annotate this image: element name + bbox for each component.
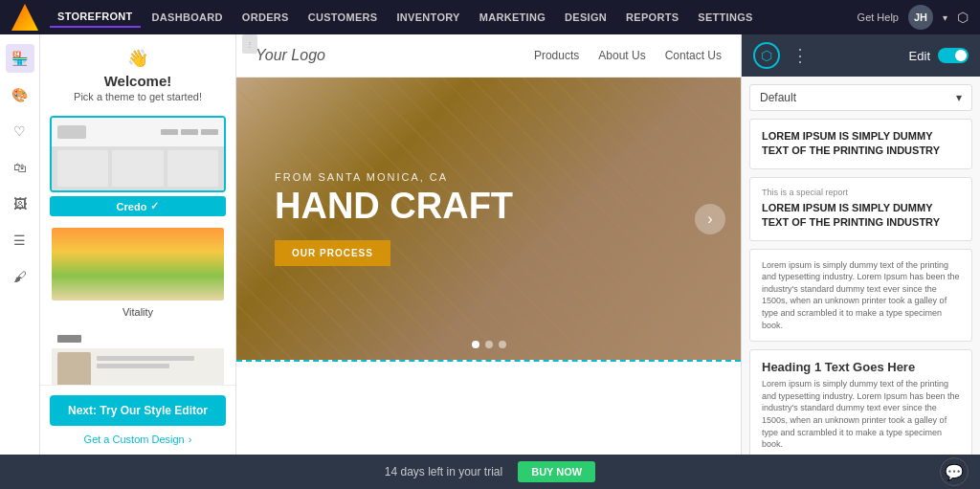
- goodvibes-logo: [57, 335, 81, 343]
- sidebar-hanger-icon[interactable]: 🛍: [6, 153, 34, 182]
- credo-label: Credo: [117, 201, 147, 212]
- nav-orders[interactable]: ORDERS: [234, 8, 297, 27]
- dashed-separator: [236, 360, 741, 362]
- nav-inventory[interactable]: INVENTORY: [389, 8, 467, 27]
- store-nav: Products About Us Contact Us: [534, 49, 722, 62]
- theme-preview-vitality: [52, 228, 224, 300]
- credo-nav-bars: [161, 129, 218, 135]
- credo-nav-bar1: [161, 129, 178, 135]
- credo-badge: Credo ✓: [50, 196, 226, 216]
- chevron-down-icon: ▾: [956, 91, 962, 104]
- goodvibes-header: [52, 329, 224, 348]
- right-panel-content: Default ▾ LOREM IPSUM IS SIMPLY DUMMY TE…: [742, 77, 980, 455]
- brand-logo[interactable]: [11, 4, 38, 31]
- drag-handle[interactable]: ⋮: [242, 34, 257, 54]
- store-nav-products[interactable]: Products: [534, 49, 579, 62]
- hero-dot-3[interactable]: [499, 341, 506, 348]
- credo-logo-bar: [57, 125, 86, 139]
- edit-label: Edit: [909, 49, 930, 63]
- theme-cta: Next: Try Our Style Editor Get a Custom …: [40, 385, 235, 455]
- store-header: Your Logo Products About Us Contact Us: [236, 34, 741, 78]
- theme-item-credo[interactable]: Credo ✓: [50, 116, 226, 216]
- dropdown-label: Default: [760, 91, 796, 104]
- hero-dot-1[interactable]: [472, 341, 479, 348]
- store-logo: Your Logo: [256, 47, 325, 64]
- hero-subtitle: FROM SANTA MONICA, CA: [275, 171, 513, 183]
- drag-icon: ⋮: [246, 40, 254, 49]
- try-style-editor-button[interactable]: Next: Try Our Style Editor: [50, 395, 226, 426]
- theme-item-vitality[interactable]: Vitality: [50, 226, 226, 318]
- welcome-emoji: 👋: [127, 49, 148, 68]
- hero-dots: [472, 341, 506, 348]
- external-link-icon[interactable]: ⬡: [957, 10, 969, 25]
- credo-product1: [57, 150, 108, 187]
- block2-subtitle: This is a special report: [762, 188, 960, 197]
- theme-img-goodvibes: [50, 327, 226, 385]
- vitality-label: Vitality: [50, 306, 226, 318]
- hero-section: FROM SANTA MONICA, CA HAND CRAFT OUR PRO…: [236, 78, 741, 360]
- icon-sidebar: 🏪 🎨 ♡ 🛍 🖼 ☰ 🖌: [0, 34, 40, 455]
- hero-cta-button[interactable]: OUR PROCESS: [275, 240, 390, 266]
- nav-storefront[interactable]: STOREFRONT: [50, 7, 141, 28]
- block4-heading: Heading 1 Text Goes Here: [762, 360, 960, 374]
- hero-title: HAND CRAFT: [275, 187, 513, 227]
- credo-content: [52, 146, 224, 190]
- more-options-icon[interactable]: ⋮: [791, 45, 809, 66]
- theme-panel: 👋 Welcome! Pick a theme to get started!: [40, 34, 236, 455]
- nav-dashboard[interactable]: DASHBOARD: [145, 8, 231, 27]
- default-dropdown[interactable]: Default ▾: [749, 84, 972, 111]
- nav-marketing[interactable]: MARKETING: [472, 8, 553, 27]
- theme-preview-goodvibes: [52, 329, 224, 385]
- nav-customers[interactable]: CUSTOMERS: [301, 8, 386, 27]
- sidebar-image-icon[interactable]: 🖼: [6, 189, 34, 218]
- block4-text: Lorem ipsum is simply dummy text of the …: [762, 378, 960, 451]
- get-help-link[interactable]: Get Help: [858, 11, 899, 23]
- buy-now-button[interactable]: BUY NOW: [518, 461, 595, 482]
- theme-item-goodvibes[interactable]: Good Vibes: [50, 327, 226, 385]
- hero-dot-2[interactable]: [485, 341, 493, 348]
- block1-title: LOREM IPSUM IS SIMPLY DUMMY TEXT OF THE …: [762, 129, 960, 159]
- goodvibes-text: [97, 352, 218, 385]
- store-nav-contact[interactable]: Contact Us: [665, 49, 722, 62]
- right-panel: ⬡ ⋮ Edit Default ▾ LOREM IPSUM IS SIMPLY…: [741, 34, 980, 455]
- theme-list: Credo ✓ Vitality: [40, 110, 235, 385]
- chevron-down-icon[interactable]: ▾: [943, 12, 947, 23]
- content-block-1: LOREM IPSUM IS SIMPLY DUMMY TEXT OF THE …: [749, 119, 972, 169]
- goodvibes-person: [57, 352, 91, 385]
- sidebar-storefront-icon[interactable]: 🏪: [6, 44, 34, 73]
- top-navigation: STOREFRONT DASHBOARD ORDERS CUSTOMERS IN…: [0, 0, 980, 34]
- chat-button[interactable]: 💬: [940, 457, 969, 486]
- edit-toggle[interactable]: [938, 48, 969, 63]
- volusion-shield-icon: ⬡: [753, 42, 780, 69]
- welcome-subheading: Pick a theme to get started!: [52, 91, 224, 102]
- credo-product2: [112, 150, 163, 187]
- sidebar-paint-icon[interactable]: 🎨: [6, 80, 34, 109]
- nav-settings[interactable]: SETTINGS: [690, 8, 760, 27]
- welcome-heading: Welcome!: [52, 73, 224, 89]
- nav-reports[interactable]: REPORTS: [618, 8, 686, 27]
- bottom-bar: 14 days left in your trial BUY NOW 💬: [0, 455, 980, 489]
- main-layout: 🏪 🎨 ♡ 🛍 🖼 ☰ 🖌 👋 Welcome! Pick a theme to…: [0, 34, 980, 455]
- avatar[interactable]: JH: [908, 5, 933, 30]
- credo-product3: [167, 150, 218, 187]
- sidebar-brush-icon[interactable]: 🖌: [6, 262, 34, 291]
- hero-next-arrow[interactable]: ›: [695, 204, 725, 234]
- theme-img-vitality: [50, 226, 226, 302]
- credo-header: [52, 118, 224, 146]
- sidebar-heart-icon[interactable]: ♡: [6, 117, 34, 145]
- trial-text: 14 days left in your trial: [385, 465, 502, 478]
- content-block-4: Heading 1 Text Goes Here Lorem ipsum is …: [749, 349, 972, 455]
- content-block-3: Lorem ipsum is simply dummy text of the …: [749, 249, 972, 343]
- theme-header: 👋 Welcome! Pick a theme to get started!: [40, 34, 235, 110]
- goodvibes-line2: [97, 364, 169, 368]
- sidebar-menu-icon[interactable]: ☰: [6, 226, 34, 255]
- nav-design[interactable]: DESIGN: [557, 8, 614, 27]
- block2-title: LOREM IPSUM IS SIMPLY DUMMY TEXT OF THE …: [762, 201, 960, 231]
- credo-nav-bar3: [201, 129, 218, 135]
- nav-right-section: Get Help JH ▾ ⬡: [858, 5, 969, 30]
- theme-img-credo: [50, 116, 226, 192]
- store-nav-about[interactable]: About Us: [598, 49, 645, 62]
- custom-design-link[interactable]: Get a Custom Design ›: [50, 433, 226, 445]
- content-block-2: This is a special report LOREM IPSUM IS …: [749, 177, 972, 241]
- goodvibes-content: [52, 348, 224, 385]
